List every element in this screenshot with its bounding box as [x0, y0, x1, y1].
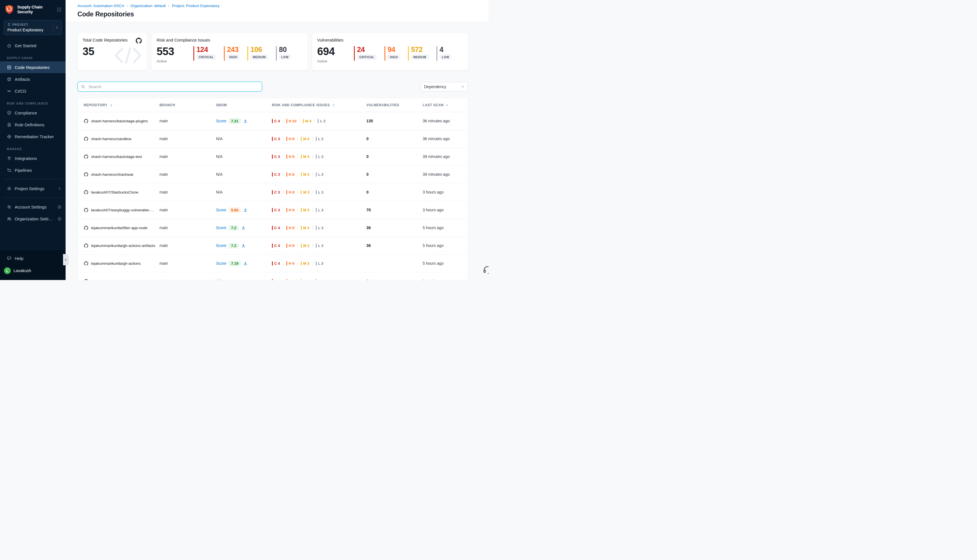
sidebar-item-organization-settings[interactable]: Organization Settings — [0, 213, 65, 225]
download-icon[interactable] — [241, 225, 246, 230]
severity-chip-text: L 3 — [318, 208, 323, 212]
repo-name: shash-harness/backstage-test — [91, 155, 142, 159]
table-row: tejakummarikuntla/gh-actionsmainScore7.1… — [77, 255, 468, 272]
severity-chip-text: C 3 — [274, 279, 280, 280]
module-switcher-icon[interactable] — [57, 7, 62, 12]
chip-divider — [283, 190, 283, 194]
severity-chip-high: H 9 — [286, 155, 294, 159]
severity-chip-low: L 3 — [316, 172, 323, 177]
sbom-cell: Score7.21 — [216, 118, 272, 124]
severity-chip-bar — [316, 243, 317, 248]
search-input[interactable] — [88, 84, 259, 89]
severity-chip-text: L 3 — [318, 190, 323, 194]
severity-chip-bar — [286, 226, 287, 230]
repo-cell[interactable]: shash-harness/backstage-test — [84, 154, 159, 159]
summary-cards: Total Code Repositories 35 Risk and Comp… — [77, 33, 468, 70]
chip-divider — [297, 208, 298, 212]
repo-cell[interactable]: tejakummarikuntla/filler-app-node — [84, 225, 159, 230]
sort-icon[interactable] — [332, 103, 336, 107]
sidebar-item-account-settings[interactable]: Account Settings — [0, 201, 65, 213]
sbom-na: N/A — [216, 190, 222, 194]
risk-issues-cell: C 4H 9M 3L 3 — [272, 262, 366, 266]
sidebar-item-artifacts[interactable]: Artifacts — [0, 73, 65, 85]
repo-cell[interactable]: tejakummarikuntla/gh-actions — [84, 261, 159, 266]
severity-chip-text: M 4 — [305, 119, 312, 123]
download-icon[interactable] — [243, 208, 248, 212]
sbom-na: N/A — [216, 154, 222, 159]
search-box[interactable] — [77, 82, 262, 92]
github-icon — [84, 119, 89, 123]
severity-chip-critical: C 3 — [272, 190, 280, 194]
repo-name: lavakush07/StarbucksClone — [91, 190, 138, 194]
sort-icon[interactable] — [109, 103, 113, 107]
chip-divider — [283, 279, 283, 280]
sbom-score-label[interactable]: Score — [216, 261, 226, 266]
severity-chip-bar — [301, 243, 302, 248]
sbom-score-value: 7.21 — [229, 118, 240, 124]
filter-row: Dependency — [77, 82, 468, 92]
chip-divider — [297, 226, 298, 230]
severity-chip-bar — [316, 262, 317, 266]
severity-chip-low: L 3 — [316, 226, 323, 230]
user-menu[interactable]: L Lavakush — [0, 264, 65, 277]
sidebar-item-pipelines[interactable]: Pipelines — [0, 164, 65, 176]
sidebar-item-rule-definitions[interactable]: Rule Definitions — [0, 119, 65, 130]
repo-cell[interactable]: tejakummarikuntla/gh-actions-artifacts — [84, 243, 159, 248]
severity-chip-critical: C 3 — [272, 172, 280, 177]
repo-name: lavakush07/easybuggy-vulnerable-app... — [91, 208, 155, 212]
severity-chip-text: H 10 — [289, 119, 296, 123]
sidebar-item-ci-cd[interactable]: CI/CD — [0, 85, 65, 97]
sidebar-item-help[interactable]: Help — [0, 252, 65, 264]
table-header: REPOSITORYBRANCHSBOMRISK AND COMPLIANCE … — [77, 98, 468, 112]
download-icon[interactable] — [241, 243, 246, 248]
sidebar-item-integrations[interactable]: Integrations — [0, 152, 65, 164]
repo-cell[interactable]: shash-harness/sandbox — [84, 137, 159, 141]
severity-chip-critical: C 3 — [272, 208, 280, 212]
repo-cell[interactable]: shash-harness/shashwat — [84, 172, 159, 177]
severity-chip-bar — [316, 172, 317, 177]
repo-cell[interactable]: shash-harness/backstage-plugins — [84, 119, 159, 123]
shield-icon — [7, 110, 12, 115]
sidebar-item-compliance[interactable]: Compliance — [0, 107, 65, 119]
sidebar-item-get-started[interactable]: Get Started — [0, 40, 65, 52]
repo-cell[interactable]: lavakush07/argocd-hub-spoke-demo — [84, 279, 159, 280]
chip-divider — [312, 137, 313, 141]
severity-chip-bar — [286, 137, 287, 141]
severity-chip-text: H 9 — [289, 155, 294, 159]
info-icon — [57, 205, 62, 209]
breadcrumb-link[interactable]: Account: Automation-SSCA — [77, 4, 124, 8]
chat-icon — [7, 256, 12, 261]
project-selector[interactable]: PROJECT Product Exploratory — [4, 20, 62, 35]
headset-icon — [483, 265, 489, 274]
breadcrumb-link[interactable]: Project: Product Exploratory — [172, 4, 219, 8]
sbom-score-label[interactable]: Score — [216, 225, 226, 230]
project-selector-expand[interactable] — [53, 24, 59, 32]
branch-cell: main — [159, 279, 216, 280]
sbom-score-label[interactable]: Score — [216, 119, 226, 123]
sort-ascending-icon[interactable] — [446, 104, 449, 107]
resource-center-button[interactable] — [483, 265, 489, 274]
breadcrumb-link[interactable]: Organization: default — [130, 4, 166, 8]
dependency-dropdown[interactable]: Dependency — [421, 82, 468, 91]
chip-divider — [312, 172, 313, 177]
sbom-cell: Score5.83 — [216, 207, 272, 213]
download-icon[interactable] — [243, 119, 248, 123]
sidebar-item-code-repositories[interactable]: Code Repositories — [0, 61, 65, 73]
info-icon — [57, 217, 62, 221]
repo-cell[interactable]: lavakush07/StarbucksClone — [84, 190, 159, 195]
sidebar-item-project-settings[interactable]: Project Settings — [0, 183, 65, 194]
download-icon[interactable] — [243, 261, 248, 266]
repo-cell[interactable]: lavakush07/easybuggy-vulnerable-app... — [84, 208, 159, 212]
chip-divider — [312, 243, 313, 248]
pipeline-icon — [7, 168, 12, 173]
sidebar-collapse-button[interactable] — [63, 254, 68, 265]
table-body: shash-harness/backstage-pluginsmainScore… — [77, 112, 468, 280]
breadcrumb-separator: › — [168, 4, 169, 8]
sidebar-item-label: Remediation Tracker — [15, 134, 54, 139]
severity-chip-bar — [301, 279, 302, 280]
sbom-score-label[interactable]: Score — [216, 243, 226, 248]
sidebar-item-remediation-tracker[interactable]: Remediation Tracker — [0, 130, 65, 142]
chevron-right-icon — [57, 187, 62, 191]
sbom-score-label[interactable]: Score — [216, 208, 226, 212]
severity-chip-low: L 3 — [316, 155, 323, 159]
